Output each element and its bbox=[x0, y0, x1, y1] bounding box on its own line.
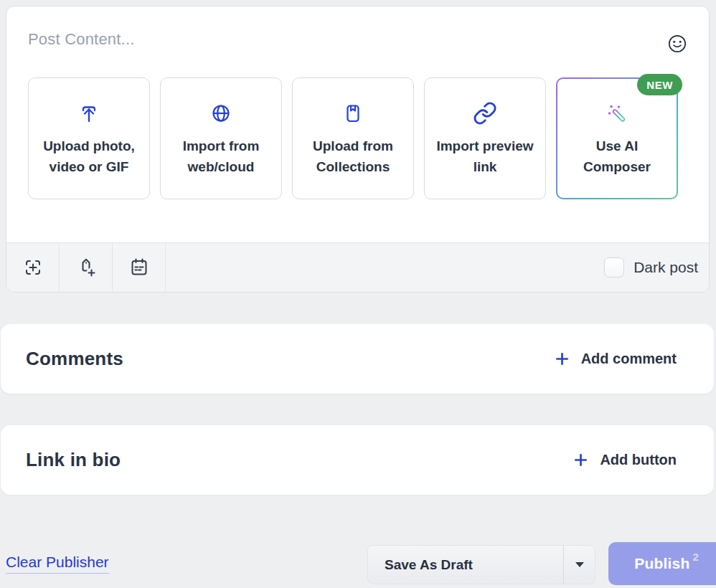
media-source-options: Upload photo, video or GIF Import from w… bbox=[28, 77, 678, 199]
schedule-button[interactable] bbox=[113, 243, 166, 292]
comments-section: Comments Add comment bbox=[1, 324, 714, 394]
comments-title: Comments bbox=[26, 348, 123, 370]
emoji-picker-button[interactable] bbox=[666, 32, 689, 55]
smiley-icon bbox=[666, 33, 688, 54]
upload-icon bbox=[77, 100, 101, 126]
source-card-label: Use AI Composer bbox=[557, 136, 677, 177]
link-in-bio-title: Link in bio bbox=[26, 449, 121, 471]
save-draft-dropdown-toggle[interactable] bbox=[563, 546, 595, 584]
add-tag-button[interactable] bbox=[60, 243, 113, 292]
upload-collections-button[interactable]: Upload from Collections bbox=[292, 77, 414, 199]
collections-icon bbox=[341, 100, 365, 126]
dark-post-toggle[interactable]: Dark post bbox=[604, 243, 709, 292]
source-card-label: Upload from Collections bbox=[293, 136, 413, 177]
use-ai-composer-button[interactable]: NEW bbox=[556, 77, 678, 199]
new-badge: NEW bbox=[637, 74, 682, 95]
link-icon bbox=[473, 100, 497, 126]
add-button-button[interactable]: Add button bbox=[573, 452, 677, 468]
composer-toolbar: Dark post bbox=[6, 242, 709, 292]
source-card-label: Upload photo, video or GIF bbox=[29, 136, 149, 177]
link-in-bio-section: Link in bio Add button bbox=[1, 425, 714, 495]
add-comment-button[interactable]: Add comment bbox=[554, 351, 677, 367]
save-as-draft-button[interactable]: Save As Draft bbox=[367, 545, 595, 584]
import-preview-link-button[interactable]: Import preview link bbox=[424, 77, 546, 199]
dark-post-checkbox[interactable] bbox=[604, 257, 624, 278]
plus-icon bbox=[554, 351, 570, 367]
globe-icon bbox=[209, 100, 233, 126]
focus-target-icon bbox=[22, 256, 44, 279]
calendar-icon bbox=[127, 255, 151, 280]
add-tag-icon bbox=[74, 255, 98, 280]
publish-button[interactable]: Publish 2 bbox=[608, 542, 716, 585]
magic-wand-icon bbox=[604, 100, 630, 126]
post-publisher: Post Content... bbox=[0, 0, 716, 588]
clear-publisher-link[interactable]: Clear Publisher bbox=[6, 554, 109, 574]
chevron-down-icon bbox=[575, 562, 584, 567]
add-button-label: Add button bbox=[600, 452, 677, 468]
plus-icon bbox=[573, 452, 589, 468]
publish-label: Publish bbox=[634, 555, 689, 572]
upload-media-button[interactable]: Upload photo, video or GIF bbox=[28, 77, 150, 199]
source-card-label: Import preview link bbox=[425, 136, 545, 177]
source-card-label: Import from web/cloud bbox=[161, 136, 281, 177]
save-as-draft-label: Save As Draft bbox=[368, 557, 563, 573]
post-content-input[interactable]: Post Content... bbox=[28, 30, 135, 49]
import-web-cloud-button[interactable]: Import from web/cloud bbox=[160, 77, 282, 199]
add-comment-label: Add comment bbox=[581, 351, 677, 367]
publish-count-superscript: 2 bbox=[692, 551, 698, 563]
post-composer-card: Post Content... bbox=[6, 6, 710, 293]
focus-crop-button[interactable] bbox=[6, 243, 60, 292]
dark-post-label: Dark post bbox=[633, 259, 698, 276]
